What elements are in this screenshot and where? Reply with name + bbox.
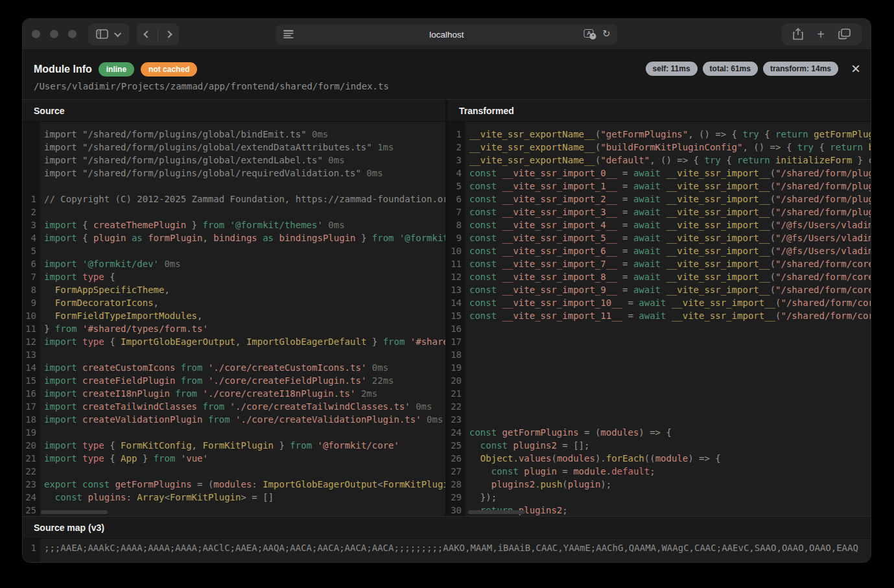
- source-panel: Source import "/shared/form/plugins/glob…: [23, 100, 445, 516]
- code-line: 3import { createThemePlugin } from '@for…: [23, 218, 445, 231]
- code-line: 22: [23, 465, 445, 478]
- code-line: 20: [448, 374, 871, 387]
- code-line: 15const __vite_ssr_import_11__ = await _…: [448, 309, 871, 322]
- code-line: import "/shared/form/plugins/global/requ…: [23, 167, 445, 180]
- line-number: 1: [448, 128, 465, 141]
- line-number: 20: [23, 439, 40, 452]
- chevron-down-icon: [114, 29, 121, 36]
- new-tab-button[interactable]: +: [817, 28, 825, 41]
- line-number: 21: [23, 452, 40, 465]
- line-number: 27: [448, 465, 465, 478]
- code-line: import "/shared/form/plugins/global/exte…: [23, 141, 445, 154]
- line-number: 12: [448, 270, 465, 283]
- code-line: 14import createCustomIcons from './core/…: [23, 361, 445, 374]
- self-time-badge: self: 11ms: [646, 62, 698, 76]
- line-number: 19: [23, 426, 40, 439]
- code-line: 16import createI18nPlugin from './core/c…: [23, 387, 445, 400]
- code-line: 9const __vite_ssr_import_5__ = await __v…: [448, 231, 871, 244]
- transformed-horizontal-scrollbar[interactable]: [468, 510, 525, 514]
- code-line: 1// Copyright (C) 2012-2025 Zammad Found…: [23, 193, 445, 206]
- total-time-badge: total: 61ms: [703, 62, 758, 76]
- window-minimize-button[interactable]: [50, 30, 58, 38]
- line-number: 23: [448, 413, 465, 426]
- code-line: 28 plugins2.push(plugin);: [448, 478, 871, 491]
- line-number: 20: [448, 374, 465, 387]
- line-number: 5: [448, 180, 465, 193]
- code-line: 13const __vite_ssr_import_9__ = await __…: [448, 283, 871, 296]
- line-number: 26: [448, 452, 465, 465]
- code-line: 8const __vite_ssr_import_4__ = await __v…: [448, 218, 871, 231]
- transformed-panel-title: Transformed: [448, 100, 871, 122]
- sidebar-toggle[interactable]: [88, 23, 129, 45]
- reload-button[interactable]: ↻: [602, 29, 611, 38]
- line-number: 24: [23, 491, 40, 504]
- sourcemap-section: Source map (v3) 1;;;AAEA;AAAkC;AAAA;AAAA…: [23, 516, 871, 563]
- sourcemap-lines: 1;;;AAEA;AAAkC;AAAA;AAAA;AAAA;AAClC;AAEA…: [23, 541, 871, 555]
- code-line: 20import type { FormKitConfig, FormKitPl…: [23, 439, 445, 452]
- translate-icon[interactable]: A *: [584, 29, 594, 38]
- line-number: 22: [23, 465, 40, 478]
- line-number: 9: [448, 231, 465, 244]
- back-button[interactable]: [143, 30, 150, 38]
- window-zoom-button[interactable]: [68, 30, 76, 38]
- line-number: 2: [448, 141, 465, 154]
- close-button[interactable]: ×: [851, 62, 860, 75]
- code-line: 24 const plugins: Array<FormKitPlugin> =…: [23, 491, 445, 504]
- code-line: 11} from '#shared/types/form.ts': [23, 322, 445, 335]
- share-icon[interactable]: [793, 28, 803, 40]
- address-bar[interactable]: localhost A * ↻: [276, 24, 618, 45]
- code-line: 22: [448, 400, 871, 413]
- line-number: 8: [23, 283, 40, 296]
- transform-time-badge: transform: 14ms: [763, 62, 838, 76]
- line-number: 13: [448, 283, 465, 296]
- code-line: 1__vite_ssr_exportName__("getFormPlugins…: [448, 128, 871, 141]
- code-line: 18: [448, 348, 871, 361]
- code-line: 5: [23, 244, 445, 257]
- line-number: 3: [448, 154, 465, 167]
- sidebar-icon: [96, 29, 108, 39]
- line-number: [23, 128, 40, 141]
- line-number: 16: [448, 322, 465, 335]
- window-close-button[interactable]: [32, 30, 40, 38]
- module-info-header: Module Info inline not cached /Users/vla…: [23, 50, 871, 99]
- line-number: 4: [23, 231, 40, 244]
- line-number: 13: [23, 348, 40, 361]
- line-number: [23, 141, 40, 154]
- code-line: 17: [448, 335, 871, 348]
- code-line: 13: [23, 348, 445, 361]
- code-line: 3__vite_ssr_exportName__("default", () =…: [448, 154, 871, 167]
- code-line: 2: [23, 206, 445, 218]
- source-panel-title: Source: [23, 100, 445, 122]
- line-number: 1: [23, 193, 40, 206]
- line-number: 6: [23, 257, 40, 270]
- line-number: 28: [448, 478, 465, 491]
- line-number: 19: [448, 361, 465, 374]
- line-number: 8: [448, 218, 465, 231]
- sourcemap-horizontal-scrollbar[interactable]: [41, 562, 156, 563]
- line-number: 7: [23, 270, 40, 283]
- code-line: 14const __vite_ssr_import_10__ = await _…: [448, 296, 871, 309]
- line-number: 25: [448, 439, 465, 452]
- tab-overview-icon[interactable]: [838, 29, 851, 40]
- forward-button[interactable]: [165, 30, 172, 38]
- line-number: [23, 167, 40, 180]
- code-line: 5const __vite_ssr_import_1__ = await __v…: [448, 180, 871, 193]
- line-number: 4: [448, 167, 465, 180]
- line-number: 10: [448, 244, 465, 257]
- code-line: 6import '@formkit/dev' 0ms: [23, 257, 445, 270]
- inline-badge: inline: [99, 62, 134, 76]
- nav-divider: [158, 28, 158, 41]
- code-line: 19: [23, 426, 445, 439]
- line-number: 30: [448, 504, 465, 516]
- reader-icon[interactable]: [283, 29, 294, 39]
- line-number: 17: [23, 400, 40, 413]
- line-number: 15: [448, 309, 465, 322]
- line-number: 17: [448, 335, 465, 348]
- code-line: 21: [448, 387, 871, 400]
- code-line: 23: [448, 413, 871, 426]
- code-line: 12const __vite_ssr_import_8__ = await __…: [448, 270, 871, 283]
- source-horizontal-scrollbar[interactable]: [41, 510, 108, 514]
- code-line: 10const __vite_ssr_import_6__ = await __…: [448, 244, 871, 257]
- line-number: 21: [448, 387, 465, 400]
- line-number: [23, 154, 40, 167]
